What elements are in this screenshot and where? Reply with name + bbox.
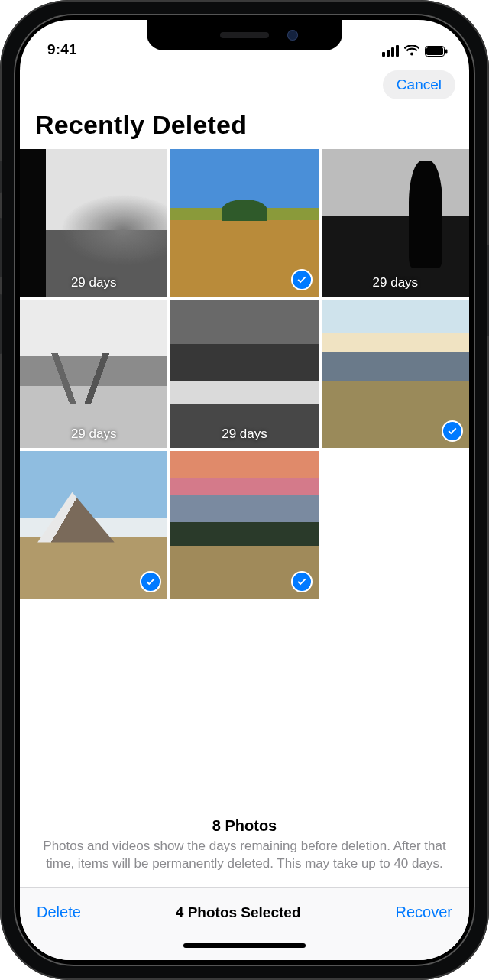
photo-thumbnail[interactable]: 29 days [20,149,167,297]
status-icons [382,45,448,58]
screen: 9:41 Cancel Recently Deleted 29 days [20,20,469,960]
nav-bar: Cancel [20,61,469,105]
days-remaining-label: 29 days [20,427,167,442]
device-frame: 9:41 Cancel Recently Deleted 29 days [0,0,489,980]
days-remaining-label: 29 days [20,275,167,290]
days-remaining-label: 29 days [322,275,469,290]
home-indicator[interactable] [20,937,469,960]
wifi-icon [404,45,419,57]
photo-thumbnail[interactable]: 29 days [20,300,167,447]
toolbar: Delete 4 Photos Selected Recover [20,887,469,937]
selection-checkmark-icon [442,420,463,442]
info-title: 8 Photos [41,817,448,835]
delete-button[interactable]: Delete [37,904,81,921]
selection-checkmark-icon [291,269,313,290]
photo-thumbnail[interactable] [20,451,167,599]
svg-rect-2 [445,49,448,53]
front-camera [287,30,298,41]
photo-thumbnail[interactable] [170,149,318,297]
volume-down-button [0,294,2,354]
selection-status: 4 Photos Selected [176,904,301,921]
photo-thumbnail[interactable] [322,300,469,447]
page-title: Recently Deleted [20,105,469,149]
selection-checkmark-icon [291,571,313,592]
recover-button[interactable]: Recover [396,904,452,921]
cellular-icon [382,45,399,57]
battery-icon [425,46,448,57]
volume-up-button [0,218,2,277]
photo-thumbnail[interactable]: 29 days [322,149,469,297]
svg-rect-1 [426,47,443,55]
cancel-button[interactable]: Cancel [383,70,455,99]
info-block: 8 Photos Photos and videos show the days… [20,817,469,887]
photo-thumbnail[interactable] [170,451,318,599]
mute-switch [0,161,2,193]
photo-grid: 29 days 29 days 29 days 29 days [20,149,469,599]
photo-thumbnail[interactable]: 29 days [170,300,318,447]
info-text: Photos and videos show the days remainin… [41,838,448,873]
speaker-grille [220,32,269,38]
status-time: 9:41 [47,41,77,58]
days-remaining-label: 29 days [170,427,318,442]
notch [147,20,342,50]
